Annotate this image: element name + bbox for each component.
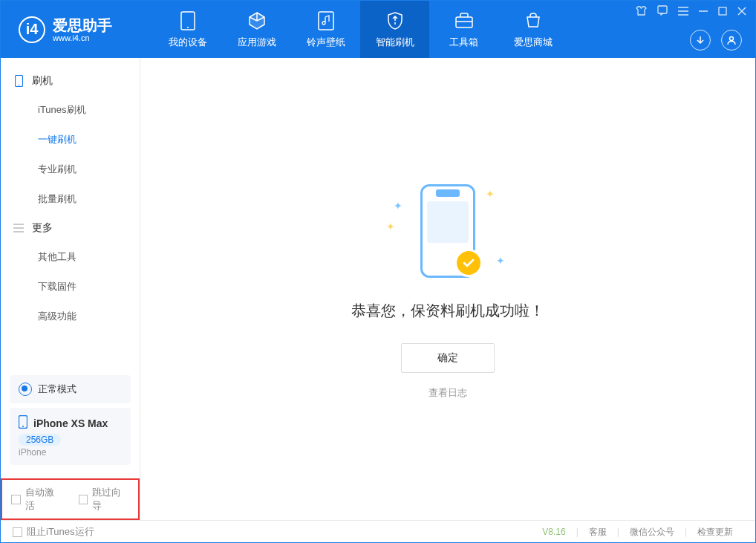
music-icon	[316, 10, 336, 31]
footer-link-update[interactable]: 检查更新	[687, 526, 743, 539]
svg-rect-5	[658, 6, 667, 13]
tab-shop[interactable]: 爱思商城	[498, 1, 567, 58]
sidebar-item-advanced[interactable]: 高级功能	[1, 302, 140, 331]
check-badge-icon	[454, 249, 483, 277]
sidebar-item-pro-flash[interactable]: 专业刷机	[1, 155, 140, 184]
footer: 阻止iTunes运行 V8.16 | 客服 | 微信公众号 | 检查更新	[1, 520, 755, 543]
sidebar-item-batch-flash[interactable]: 批量刷机	[1, 184, 140, 214]
device-capacity: 256GB	[19, 434, 61, 446]
svg-point-15	[18, 85, 19, 86]
checkbox-auto-activate[interactable]: 自动激活	[11, 486, 62, 513]
confirm-button[interactable]: 确定	[401, 343, 495, 373]
svg-rect-2	[319, 12, 333, 30]
app-name: 爱思助手	[53, 17, 112, 33]
cube-icon	[247, 10, 267, 31]
checkbox-skip-guide[interactable]: 跳过向导	[79, 486, 130, 513]
header: i4 爱思助手 www.i4.cn 我的设备 应用游戏 铃声壁纸 智能刷机 工具…	[1, 1, 755, 58]
svg-point-13	[730, 37, 734, 41]
device-name: iPhone XS Max	[33, 417, 108, 429]
checkbox-block-itunes[interactable]: 阻止iTunes运行	[13, 525, 94, 539]
phone-icon	[13, 75, 25, 87]
svg-point-20	[22, 426, 24, 427]
device-phone-icon	[19, 415, 27, 431]
success-title: 恭喜您，保资料刷机成功啦！	[351, 301, 544, 321]
nav-tabs: 我的设备 应用游戏 铃声壁纸 智能刷机 工具箱 爱思商城	[153, 1, 567, 58]
group-more: 更多	[1, 214, 140, 242]
mode-card[interactable]: 正常模式	[10, 375, 131, 403]
checkbox-icon	[11, 495, 21, 504]
device-type: iPhone	[19, 447, 122, 458]
content-area: ✦ ✦ ✦ ✦ 恭喜您，保资料刷机成功啦！ 确定 查看日志	[140, 58, 755, 520]
highlighted-options: 自动激活 跳过向导	[1, 478, 140, 520]
shield-icon	[385, 10, 405, 31]
footer-link-wechat[interactable]: 微信公众号	[619, 526, 685, 539]
feedback-icon[interactable]	[657, 5, 668, 19]
tshirt-icon[interactable]	[636, 5, 647, 19]
tab-apps-games[interactable]: 应用游戏	[222, 1, 291, 58]
svg-rect-3	[456, 17, 472, 27]
sidebar: 刷机 iTunes刷机 一键刷机 专业刷机 批量刷机 更多 其他工具 下载固件 …	[1, 58, 140, 520]
app-url: www.i4.cn	[53, 33, 112, 42]
list-icon	[13, 224, 25, 233]
mode-icon	[19, 383, 32, 396]
sidebar-item-oneclick-flash[interactable]: 一键刷机	[1, 125, 140, 155]
logo-section: i4 爱思助手 www.i4.cn	[1, 16, 153, 43]
footer-link-support[interactable]: 客服	[579, 526, 617, 539]
device-card[interactable]: iPhone XS Max 256GB iPhone	[10, 408, 131, 465]
logo-icon: i4	[19, 16, 45, 43]
version-label: V8.16	[542, 527, 565, 537]
tab-my-device[interactable]: 我的设备	[153, 1, 222, 58]
svg-rect-10	[719, 7, 726, 15]
download-button[interactable]	[690, 30, 711, 51]
device-icon	[177, 10, 198, 31]
tab-ringtone-wallpaper[interactable]: 铃声壁纸	[291, 1, 360, 58]
close-icon[interactable]	[737, 5, 746, 19]
checkbox-icon	[79, 495, 88, 504]
tab-toolbox[interactable]: 工具箱	[429, 1, 498, 58]
toolbox-icon	[454, 10, 475, 31]
success-illustration: ✦ ✦ ✦ ✦	[385, 179, 511, 283]
sidebar-item-other-tools[interactable]: 其他工具	[1, 242, 140, 272]
window-controls	[636, 5, 746, 19]
shop-icon	[523, 10, 544, 31]
svg-point-1	[187, 27, 189, 28]
sidebar-item-download-firmware[interactable]: 下载固件	[1, 272, 140, 302]
group-flash: 刷机	[1, 67, 140, 95]
sidebar-item-itunes-flash[interactable]: iTunes刷机	[1, 95, 140, 125]
mode-label: 正常模式	[38, 383, 76, 396]
maximize-icon[interactable]	[718, 5, 727, 19]
view-log-link[interactable]: 查看日志	[428, 386, 467, 400]
menu-icon[interactable]	[678, 5, 688, 19]
checkbox-icon	[13, 527, 22, 537]
user-button[interactable]	[721, 30, 742, 51]
tab-smart-flash[interactable]: 智能刷机	[360, 1, 429, 58]
minimize-icon[interactable]	[699, 5, 708, 19]
